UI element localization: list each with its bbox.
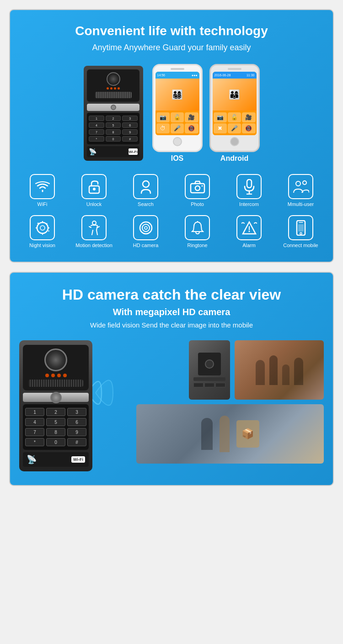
svg-text:✦: ✦: [48, 230, 50, 232]
key-2: 2: [106, 116, 121, 121]
hdcamera-icon-box: [133, 215, 158, 240]
svg-point-2: [143, 181, 149, 187]
device-rfid: 📡 Wi-Fi: [87, 146, 139, 157]
large-key-hash: #: [67, 438, 86, 446]
multiuser-label: Mmulti-user: [288, 201, 314, 207]
svg-point-4: [195, 186, 200, 190]
large-key-4: 4: [25, 418, 44, 426]
key-3: 3: [122, 116, 138, 121]
intercom-label: Intercom: [239, 201, 259, 207]
feature-wifi: WiFi: [19, 174, 65, 207]
android-home-btn: [230, 137, 239, 146]
ir-dot-2: [110, 87, 113, 90]
ir-dots: [107, 87, 120, 90]
photo-family: [235, 340, 324, 400]
key-star: *: [89, 136, 104, 142]
feature-motion: Motion detection: [71, 215, 117, 248]
wifi-badge: Wi-Fi: [129, 148, 138, 155]
ios-screen-top: 14:56●●●: [155, 72, 199, 79]
key-9: 9: [122, 129, 138, 135]
large-camera-lens: [44, 348, 67, 371]
android-video-btn: 🎥: [242, 112, 255, 122]
motion-icon-box: [81, 215, 107, 240]
large-ir-dot-4: [63, 374, 67, 377]
android-unlock-btn: 🔓: [228, 112, 241, 122]
ios-speaker: [171, 68, 184, 70]
ringtone-icon-box: [185, 215, 210, 240]
large-silver-bar: [23, 393, 89, 402]
ir-dot-4: [118, 87, 120, 90]
ios-screen: 14:56●●● 👨‍👩‍👧‍👦 📷 🔓 🎥 ⏱ 🎤 📵: [155, 72, 199, 135]
right-photos: 📦: [127, 340, 324, 464]
ios-screen-icons: 📷 🔓 🎥 ⏱ 🎤 📵: [155, 111, 199, 135]
wifi-icon-box: [30, 174, 55, 199]
ios-end-btn: 📵: [185, 123, 198, 133]
svg-point-28: [300, 232, 302, 234]
ios-video-btn: 🎥: [185, 112, 198, 122]
svg-point-25: [248, 231, 250, 232]
mobile-label: Connect mobile: [283, 243, 318, 248]
svg-rect-3: [191, 184, 204, 193]
ios-unlock-btn: 🔓: [171, 112, 184, 122]
android-screen-icons: 📷 🔓 🎥 ✖ 🎤 📵: [213, 111, 257, 135]
hdcamera-label: HD camera: [133, 243, 159, 248]
large-key-star: *: [25, 438, 44, 446]
large-key-1: 1: [25, 408, 44, 416]
photo-row-top: [127, 340, 324, 400]
large-key-5: 5: [46, 418, 65, 426]
key-0: 0: [106, 136, 121, 142]
large-device-wrapper: 1 2 3 4 5 6 7 8 9 * 0 # 📡 Wi-Fi: [19, 340, 120, 471]
speaker-grille: [95, 92, 132, 98]
large-ir-dots: [45, 374, 67, 377]
phones-group: 14:56●●● 👨‍👩‍👧‍👦 📷 🔓 🎥 ⏱ 🎤 📵: [152, 64, 260, 163]
key-7: 7: [89, 129, 104, 135]
svg-text:✦: ✦: [37, 222, 40, 226]
feature-search: Search: [123, 174, 169, 207]
camera-lens: [107, 72, 120, 86]
large-ir-dot-1: [45, 374, 49, 377]
section1-title: Convenient life with technology: [19, 24, 324, 38]
key-1: 1: [89, 116, 104, 121]
svg-point-5: [201, 185, 203, 186]
ios-label: IOS: [171, 154, 184, 163]
nightvision-icon-box: ✦ ✦ ✦: [30, 215, 55, 240]
ringtone-label: Ringtone: [187, 243, 207, 248]
large-camera-area: [23, 345, 89, 391]
key-6: 6: [122, 122, 138, 128]
devices-row: 1 2 3 4 5 6 7 8 9 * 0 # 📡 Wi-Fi: [19, 64, 324, 163]
large-ir-dot-3: [57, 374, 61, 377]
rfid-icon: 📡: [89, 148, 96, 155]
large-speaker: [28, 380, 83, 387]
android-screen-image: 👨‍👩‍👦: [213, 79, 257, 111]
svg-point-20: [92, 221, 96, 225]
android-screen: 2016-06-2811:30 👨‍👩‍👦 📷 🔓 🎥 ✖ 🎤 📵: [213, 72, 257, 135]
camera-area: [87, 69, 139, 102]
key-5: 5: [106, 122, 121, 128]
large-key-9: 9: [67, 428, 86, 436]
android-end-btn: 📵: [242, 123, 255, 133]
section2-desc: Wide field vision Send the clear image i…: [19, 321, 324, 329]
svg-point-10: [303, 181, 306, 185]
photo-row-bottom: 📦: [127, 404, 324, 464]
ios-delay-btn: ⏱: [156, 123, 170, 133]
photo-device-small: [189, 340, 230, 400]
device-silver-bar: [87, 104, 139, 111]
android-speaker: [228, 68, 241, 70]
feature-alarm: Alarm: [226, 215, 272, 248]
svg-text:✦: ✦: [46, 222, 48, 225]
section2-title: HD camera catch the clear view: [19, 286, 324, 303]
feature-hdcamera: HD camera: [123, 215, 169, 248]
svg-point-23: [145, 227, 147, 229]
svg-point-9: [296, 181, 300, 186]
search-label: Search: [138, 201, 154, 207]
photo-icon-box: [185, 174, 210, 199]
svg-rect-6: [247, 179, 252, 188]
door-device: 1 2 3 4 5 6 7 8 9 * 0 # 📡 Wi-Fi: [84, 66, 143, 161]
wifi-label: WiFi: [38, 201, 48, 207]
large-wifi-badge: Wi-Fi: [71, 456, 85, 463]
android-cancel-btn: ✖: [214, 123, 227, 133]
section-technology: Convenient life with technology Anytime …: [9, 9, 334, 263]
large-key-7: 7: [25, 428, 44, 436]
android-talk-btn: 🎤: [228, 123, 241, 133]
section-hdcamera: HD camera catch the clear view With mega…: [9, 272, 334, 486]
